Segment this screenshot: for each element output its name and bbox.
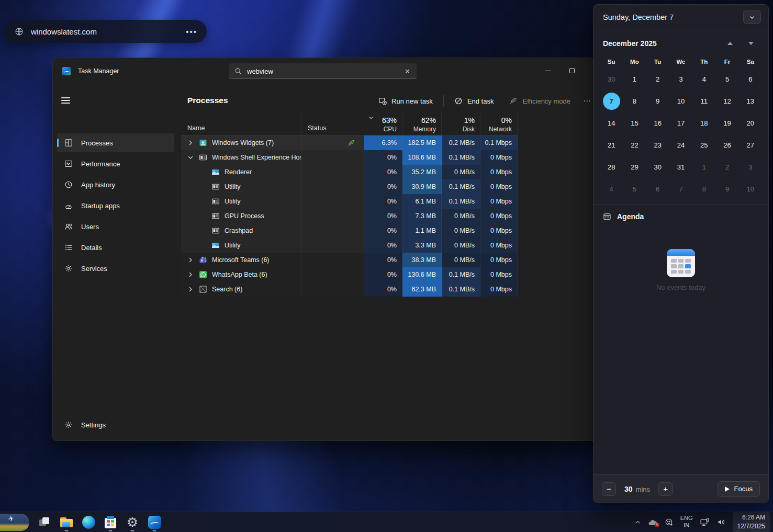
process-row[interactable]: Windows Widgets (7)6.3%182.5 MB0.2 MB/s0… (181, 135, 518, 150)
sidebar-item-performance[interactable]: Performance (57, 154, 174, 173)
calendar-day[interactable]: 6 (646, 178, 669, 200)
calendar-day[interactable]: 4 (692, 68, 715, 90)
calendar-day[interactable]: 21 (600, 134, 623, 156)
people-add-icon[interactable] (665, 518, 674, 527)
previous-month-button[interactable] (724, 39, 736, 48)
sidebar-item-services[interactable]: Services (57, 259, 174, 278)
sidebar-item-users[interactable]: Users (57, 217, 174, 236)
edge-browser-button[interactable] (77, 512, 99, 532)
calendar-day[interactable]: 27 (739, 134, 762, 156)
calendar-day[interactable]: 31 (669, 156, 692, 178)
calendar-day[interactable]: 25 (692, 134, 715, 156)
widgets-weather-button[interactable]: ✈ (0, 514, 29, 531)
calendar-day[interactable]: 20 (739, 112, 762, 134)
language-indicator[interactable]: ENG IN (680, 515, 693, 529)
process-name-cell[interactable]: Utility (181, 238, 301, 253)
file-explorer-button[interactable] (55, 512, 77, 532)
browser-address-pill[interactable]: windowslatest.com ••• (4, 20, 207, 43)
calendar-day[interactable]: 30 (600, 68, 623, 90)
column-header-disk[interactable]: 1% Disk (442, 111, 480, 135)
process-row[interactable]: Renderer0%35.2 MB0 MB/s0 Mbps (181, 165, 518, 179)
calendar-day[interactable]: 12 (715, 90, 738, 112)
process-row[interactable]: Microsoft Teams (6)0%38.3 MB0 MB/s0 Mbps (181, 253, 518, 267)
calendar-day[interactable]: 3 (669, 68, 692, 90)
process-name-cell[interactable]: Windows Shell Experience Hos... (181, 150, 301, 165)
maximize-button[interactable] (561, 60, 584, 81)
calendar-day[interactable]: 29 (623, 156, 646, 178)
clock[interactable]: 6:26 AM 12/7/2025 (733, 512, 770, 532)
calendar-day[interactable]: 4 (600, 178, 623, 200)
calendar-day[interactable]: 6 (739, 68, 762, 90)
calendar-day[interactable]: 16 (646, 112, 669, 134)
sidebar-item-app-history[interactable]: App history (57, 175, 174, 194)
process-row[interactable]: Search (6)0%62.3 MB0.1 MB/s0 Mbps (181, 282, 518, 297)
increase-minutes-button[interactable]: + (658, 482, 673, 496)
column-header-cpu[interactable]: 63% CPU (364, 111, 402, 135)
sidebar-item-details[interactable]: Details (57, 238, 174, 257)
more-options-icon[interactable]: ••• (186, 27, 197, 36)
hamburger-menu-icon[interactable] (61, 96, 70, 105)
calendar-day[interactable]: 28 (600, 156, 623, 178)
network-icon[interactable] (700, 518, 710, 527)
column-header-memory[interactable]: 62% Memory (402, 111, 442, 135)
process-row[interactable]: Windows Shell Experience Hos...0%108.6 M… (181, 150, 518, 165)
collapse-calendar-button[interactable] (743, 10, 761, 24)
calendar-day[interactable]: 1 (623, 68, 646, 90)
expander-chevron-icon[interactable] (187, 139, 199, 147)
clear-search-icon[interactable]: ✕ (404, 67, 411, 75)
expander-chevron-icon[interactable] (187, 153, 199, 162)
focus-button[interactable]: Focus (718, 481, 760, 497)
agenda-header[interactable]: Agenda (593, 205, 768, 226)
column-header-network[interactable]: 0% Network (480, 111, 518, 135)
process-name-cell[interactable]: GPU Process (181, 209, 301, 223)
titlebar[interactable]: Task Manager ✕ (53, 58, 608, 84)
calendar-day[interactable]: 13 (739, 90, 762, 112)
calendar-day[interactable]: 2 (646, 68, 669, 90)
process-name-cell[interactable]: Search (6) (181, 282, 301, 297)
toolbar-more-button[interactable]: ⋯ (581, 96, 593, 106)
calendar-day[interactable]: 7 (669, 178, 692, 200)
process-name-cell[interactable]: WhatsApp Beta (6) (181, 267, 301, 282)
calendar-day[interactable]: 15 (623, 112, 646, 134)
process-row[interactable]: Utility0%30.9 MB0.1 MB/s0 Mbps (181, 179, 518, 194)
search-box[interactable]: ✕ (229, 63, 417, 79)
calendar-day[interactable]: 24 (669, 134, 692, 156)
column-header-name[interactable]: Name (181, 111, 301, 135)
calendar-day[interactable]: 2 (715, 156, 738, 178)
calendar-day[interactable]: 9 (646, 90, 669, 112)
calendar-day[interactable]: 14 (600, 112, 623, 134)
process-name-cell[interactable]: Utility (181, 179, 301, 194)
calendar-day[interactable]: 18 (692, 112, 715, 134)
process-row[interactable]: Utility0%3.3 MB0 MB/s0 Mbps (181, 238, 518, 253)
run-new-task-button[interactable]: Run new task (373, 94, 438, 108)
task-manager-taskbar-button[interactable] (143, 512, 165, 532)
process-row[interactable]: Utility0%6.1 MB0.1 MB/s0 Mbps (181, 194, 518, 209)
calendar-day[interactable]: 17 (669, 112, 692, 134)
calendar-day[interactable]: 30 (646, 156, 669, 178)
efficiency-mode-button[interactable]: Efficiency mode (504, 94, 576, 108)
decrease-minutes-button[interactable]: − (602, 482, 616, 496)
process-name-cell[interactable]: Windows Widgets (7) (181, 135, 301, 150)
settings-button[interactable]: ⚙ (121, 512, 143, 532)
calendar-day[interactable]: 3 (739, 156, 762, 178)
onedrive-icon[interactable]: ✕ (648, 518, 658, 526)
calendar-day[interactable]: 11 (692, 90, 715, 112)
calendar-day[interactable]: 5 (623, 178, 646, 200)
process-row[interactable]: WhatsApp Beta (6)0%130.6 MB0.1 MB/s0 Mbp… (181, 267, 518, 282)
column-header-status[interactable]: Status (301, 111, 364, 135)
microsoft-store-button[interactable] (99, 512, 121, 532)
calendar-day[interactable]: 19 (715, 112, 738, 134)
expander-chevron-icon[interactable] (187, 285, 199, 293)
calendar-day-selected[interactable]: 7 (600, 90, 623, 112)
end-task-button[interactable]: End task (449, 94, 499, 108)
process-name-cell[interactable]: Utility (181, 194, 301, 209)
calendar-day[interactable]: 8 (623, 90, 646, 112)
process-name-cell[interactable]: Microsoft Teams (6) (181, 253, 301, 267)
minimize-button[interactable] (536, 60, 559, 81)
calendar-day[interactable]: 5 (715, 68, 738, 90)
process-name-cell[interactable]: Renderer (181, 165, 301, 179)
search-input[interactable] (247, 67, 404, 75)
task-view-button[interactable] (33, 512, 55, 532)
calendar-day[interactable]: 26 (715, 134, 738, 156)
next-month-button[interactable] (745, 39, 757, 48)
